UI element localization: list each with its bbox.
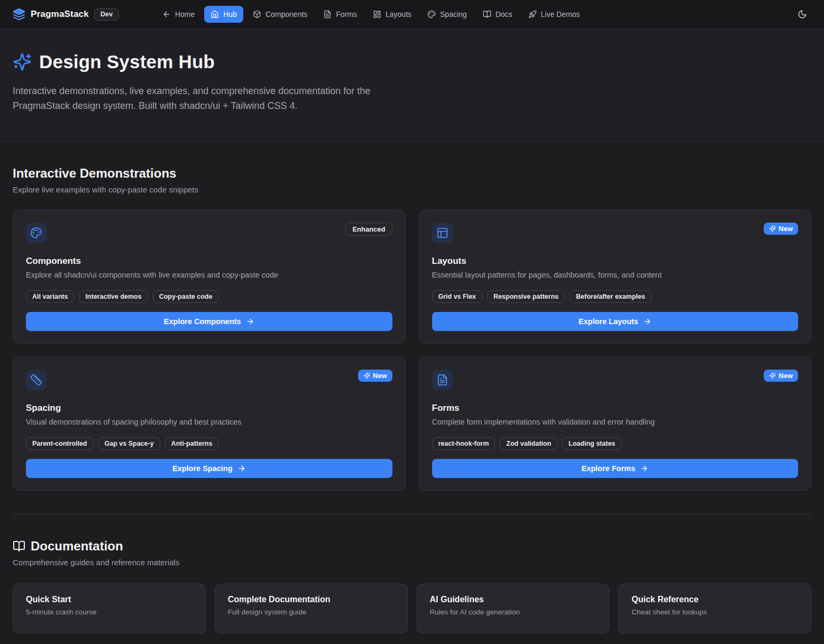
doc-card-description: Rules for AI code generation (430, 608, 597, 616)
tag: Before/after examples (570, 290, 652, 303)
layers-logo-icon (13, 8, 25, 21)
nav-label: Components (265, 10, 307, 19)
new-badge: New (358, 370, 392, 382)
home-icon (210, 10, 219, 19)
explore-spacing-button[interactable]: Explore Spacing (26, 459, 392, 478)
doc-card-quick-reference[interactable]: Quick Reference Cheat sheet for lookups (618, 584, 811, 633)
panels-top-icon (432, 223, 453, 243)
nav-item-home[interactable]: Home (156, 6, 201, 23)
card-title: Layouts (432, 256, 799, 266)
demo-card-components: Enhanced Components Explore all shadcn/u… (13, 210, 406, 344)
doc-card-title: Quick Reference (631, 595, 798, 604)
tag: Grid vs Flex (432, 290, 483, 303)
sparkles-icon (769, 372, 776, 379)
section-divider (13, 514, 811, 514)
demos-section-header: Interactive Demonstrations Explore live … (13, 166, 811, 194)
book-open-icon (13, 540, 25, 553)
doc-card-ai-guidelines[interactable]: AI Guidelines Rules for AI code generati… (417, 584, 610, 633)
palette-icon (26, 223, 47, 243)
arrow-right-icon (246, 317, 254, 326)
tag: Copy-paste code (153, 290, 219, 303)
tag: Gap vs Space-y (98, 437, 160, 450)
nav-label: Hub (223, 10, 237, 19)
nav-item-hub[interactable]: Hub (204, 6, 243, 23)
docs-subheading: Comprehensive guides and reference mater… (13, 558, 811, 567)
docs-section-header: Documentation Comprehensive guides and r… (13, 539, 811, 567)
tag: Anti-patterns (165, 437, 219, 450)
ruler-icon (26, 370, 47, 390)
card-title: Spacing (26, 403, 392, 413)
tag: Zod validation (500, 437, 557, 450)
nav-item-layouts[interactable]: Layouts (367, 6, 418, 23)
doc-card-title: Complete Documentation (228, 595, 395, 604)
tag-row: All variants Interactive demos Copy-past… (26, 290, 392, 303)
tag-row: react-hook-form Zod validation Loading s… (432, 437, 799, 450)
sparkles-icon (13, 52, 32, 71)
brand-name: PragmaStack (31, 9, 89, 20)
doc-card-grid: Quick Start 5-minute crash course Comple… (13, 584, 811, 644)
nav-label: Home (175, 10, 195, 19)
card-description: Visual demonstrations of spacing philoso… (26, 418, 392, 426)
card-description: Essential layout patterns for pages, das… (432, 271, 799, 279)
sparkles-icon (363, 372, 370, 379)
card-title: Forms (432, 403, 799, 413)
demo-card-spacing: New Spacing Visual demonstrations of spa… (13, 357, 406, 491)
main-nav: Home Hub Components Forms Layouts (156, 6, 587, 23)
tag: Loading states (562, 437, 621, 450)
palette-icon (427, 10, 436, 19)
tag-row: Grid vs Flex Responsive patterns Before/… (432, 290, 799, 303)
demo-card-grid: Enhanced Components Explore all shadcn/u… (13, 210, 811, 491)
nav-item-forms[interactable]: Forms (317, 6, 363, 23)
explore-layouts-button[interactable]: Explore Layouts (432, 312, 799, 331)
page-subtitle: Interactive demonstrations, live example… (13, 84, 404, 114)
tag: All variants (26, 290, 74, 303)
package-icon (253, 10, 261, 19)
card-title: Components (26, 256, 392, 266)
tag: react-hook-form (432, 437, 496, 450)
doc-card-quick-start[interactable]: Quick Start 5-minute crash course (13, 584, 206, 633)
layout-dashboard-icon (373, 10, 381, 19)
nav-label: Spacing (440, 10, 467, 19)
nav-item-components[interactable]: Components (246, 6, 314, 23)
theme-toggle-button[interactable] (793, 5, 811, 23)
tag-row: Parent-controlled Gap vs Space-y Anti-pa… (26, 437, 392, 450)
doc-card-description: Full design system guide (228, 608, 395, 616)
tag: Responsive patterns (487, 290, 565, 303)
explore-forms-button[interactable]: Explore Forms (432, 459, 799, 478)
doc-card-description: Cheat sheet for lookups (631, 608, 798, 616)
new-badge: New (764, 223, 798, 235)
docs-heading: Documentation (31, 539, 123, 554)
rocket-icon (528, 10, 537, 19)
doc-card-complete-documentation[interactable]: Complete Documentation Full design syste… (215, 584, 408, 633)
nav-label: Forms (336, 10, 357, 19)
tag: Parent-controlled (26, 437, 94, 450)
book-open-icon (483, 10, 491, 19)
card-description: Complete form implementations with valid… (432, 418, 799, 426)
demos-subheading: Explore live examples with copy-paste co… (13, 185, 811, 194)
nav-item-live-demos[interactable]: Live Demos (522, 6, 587, 23)
brand[interactable]: PragmaStack Dev (13, 8, 119, 21)
arrow-right-icon (640, 464, 648, 473)
moon-icon (798, 10, 807, 19)
explore-components-button[interactable]: Explore Components (26, 312, 392, 331)
doc-card-title: Quick Start (26, 595, 193, 604)
file-text-icon (323, 10, 332, 19)
env-badge: Dev (94, 8, 119, 21)
sparkles-icon (769, 225, 776, 232)
doc-card-description: 5-minute crash course (26, 608, 193, 616)
nav-label: Layouts (386, 10, 411, 19)
page-title: Design System Hub (39, 51, 215, 72)
enhanced-badge: Enhanced (345, 223, 392, 236)
doc-card-title: AI Guidelines (430, 595, 597, 604)
card-description: Explore all shadcn/ui components with li… (26, 271, 392, 279)
hero-section: Design System Hub Interactive demonstrat… (0, 29, 824, 142)
nav-item-docs[interactable]: Docs (477, 6, 519, 23)
file-text-icon (432, 370, 453, 390)
demo-card-forms: New Forms Complete form implementations … (419, 357, 812, 491)
arrow-right-icon (643, 317, 652, 326)
top-navbar: PragmaStack Dev Home Hub Components Fo (0, 0, 824, 29)
nav-label: Live Demos (541, 10, 580, 19)
arrow-left-icon (162, 10, 171, 19)
nav-item-spacing[interactable]: Spacing (421, 6, 473, 23)
arrow-right-icon (237, 464, 246, 473)
